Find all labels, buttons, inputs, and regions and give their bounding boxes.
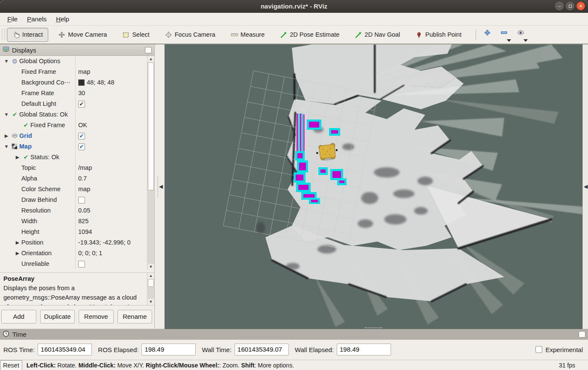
expand-arrow-icon[interactable]: ▶ — [14, 237, 21, 248]
color-swatch[interactable] — [78, 79, 85, 86]
tool-move-camera[interactable]: Move Camera — [53, 28, 112, 42]
expand-arrow-icon[interactable]: ▼ — [3, 141, 10, 152]
tree-row[interactable]: Fixed Framemap — [0, 67, 147, 77]
tool-interact[interactable]: Interact — [7, 28, 48, 42]
description-scrollbar[interactable]: ▲ ▼ — [147, 273, 154, 305]
tree-row[interactable]: Frame Rate30 — [0, 88, 147, 99]
tree-row-value[interactable]: 0.7 — [75, 173, 147, 184]
tree-row[interactable]: Alpha0.7 — [0, 173, 147, 184]
tree-row-value[interactable]: OK — [75, 120, 147, 131]
tree-row[interactable]: Default Light✔ — [0, 99, 147, 109]
tool-visibility-button[interactable] — [514, 27, 528, 42]
scroll-thumb[interactable] — [148, 279, 154, 287]
duplicate-button[interactable]: Duplicate — [40, 310, 75, 323]
checkbox[interactable]: ✔ — [78, 133, 85, 140]
rename-button[interactable]: Rename — [118, 310, 153, 323]
tree-row-value[interactable]: map — [75, 67, 147, 77]
tree-row[interactable]: Height1094 — [0, 227, 147, 237]
tree-row[interactable]: Topic/map — [0, 163, 147, 173]
tree-row-value[interactable] — [75, 259, 147, 269]
time-panel-header[interactable]: Time — [0, 329, 588, 340]
collapse-right-icon[interactable]: ◀ — [584, 184, 588, 189]
tool-2d-nav-goal[interactable]: 2D Nav Goal — [349, 28, 406, 42]
tree-row[interactable]: ▼Map✔ — [0, 141, 147, 152]
checkbox[interactable]: ✔ — [78, 101, 85, 108]
tool-2d-pose-estimate[interactable]: 2D Pose Estimate — [274, 28, 345, 42]
render-viewport[interactable] — [165, 44, 582, 329]
tool-focus-camera[interactable]: Focus Camera — [159, 28, 221, 42]
scroll-up-icon[interactable]: ▲ — [147, 56, 154, 62]
tool-measure[interactable]: Measure — [225, 28, 270, 42]
tree-row[interactable]: ▶Grid✔ — [0, 131, 147, 141]
expand-arrow-icon[interactable]: ▶ — [14, 248, 21, 259]
tree-row-value[interactable]: 48; 48; 48 — [75, 77, 147, 88]
tree-row[interactable]: Background Co⋯48; 48; 48 — [0, 77, 147, 88]
panel-float-button[interactable] — [145, 47, 152, 53]
title-bar[interactable]: navigation.rviz* - RViz –✕ — [0, 0, 588, 13]
remove-button[interactable]: Remove — [79, 310, 114, 323]
more-information-link[interactable]: More Information — [89, 303, 136, 305]
tree-row[interactable]: ✔Fixed FrameOK — [0, 120, 147, 131]
tool-publish-point[interactable]: Publish Point — [410, 28, 467, 42]
tree-row[interactable]: Color Schememap — [0, 184, 147, 195]
dropdown-arrow-icon[interactable] — [507, 39, 511, 42]
tree-row[interactable]: ▼✔Global Status: Ok — [0, 109, 147, 120]
panel-splitter[interactable]: ◀ — [155, 44, 165, 329]
wall-time-input[interactable]: 1601435349.07 — [235, 344, 289, 355]
ros-elapsed-input[interactable]: 198.49 — [141, 344, 196, 355]
tree-row-value[interactable]: 825 — [75, 216, 147, 227]
tree-row-value[interactable] — [75, 109, 147, 120]
checkbox[interactable] — [78, 261, 85, 268]
tree-row-value[interactable] — [75, 152, 147, 163]
wall-elapsed-input[interactable]: 198.49 — [337, 344, 391, 355]
tree-row-value[interactable] — [75, 56, 147, 67]
tree-row[interactable]: ▼⚙Global Options — [0, 56, 147, 67]
tree-row[interactable]: ▶Orientation0; 0; 0; 1 — [0, 248, 147, 259]
tree-row-value[interactable]: 1094 — [75, 227, 147, 237]
tree-row[interactable]: Unreliable — [0, 259, 147, 269]
expand-arrow-icon[interactable]: ▶ — [3, 131, 10, 141]
checkbox[interactable] — [78, 197, 85, 204]
remove-tool-button[interactable] — [497, 27, 511, 42]
tree-row[interactable]: ▶✔Status: Ok — [0, 152, 147, 163]
scroll-down-icon[interactable]: ▼ — [147, 299, 154, 305]
scroll-up-icon[interactable]: ▲ — [147, 273, 154, 279]
dropdown-arrow-icon[interactable] — [523, 39, 528, 42]
add-button[interactable]: Add — [1, 310, 36, 323]
close-button[interactable]: ✕ — [576, 2, 585, 10]
maximize-button[interactable] — [566, 2, 574, 10]
tree-row-value[interactable]: /map — [75, 163, 147, 173]
tree-row[interactable]: Width825 — [0, 216, 147, 227]
tree-row[interactable]: Resolution0.05 — [0, 205, 147, 216]
tree-row-value[interactable] — [75, 195, 147, 205]
tree-row-value[interactable]: ✔ — [75, 141, 147, 152]
tree-row-value[interactable]: 0; 0; 0; 1 — [75, 248, 147, 259]
tree-row-value[interactable]: -19.343; -42.996; 0 — [75, 237, 147, 248]
expand-arrow-icon[interactable]: ▼ — [3, 109, 10, 120]
displays-panel-header[interactable]: Displays — [0, 44, 154, 56]
add-tool-button[interactable] — [480, 27, 494, 42]
menu-panels[interactable]: Panels — [22, 14, 51, 24]
tree-row[interactable]: ▶Position-19.343; -42.996; 0 — [0, 237, 147, 248]
reset-button[interactable]: Reset — [0, 360, 22, 370]
horizontal-splitter-handle[interactable] — [365, 327, 382, 328]
checkbox[interactable] — [535, 346, 542, 353]
tree-row-value[interactable]: map — [75, 184, 147, 195]
tree-row-value[interactable]: ✔ — [75, 99, 147, 109]
minimize-button[interactable]: – — [555, 2, 564, 10]
expand-arrow-icon[interactable]: ▶ — [14, 152, 21, 163]
experimental-toggle[interactable]: Experimental — [535, 346, 585, 353]
scroll-thumb[interactable] — [148, 62, 154, 190]
scroll-down-icon[interactable]: ▼ — [147, 264, 154, 270]
panel-float-button[interactable] — [579, 331, 585, 338]
checkbox[interactable]: ✔ — [78, 143, 85, 150]
tree-row-value[interactable]: 0.05 — [75, 205, 147, 216]
menu-help[interactable]: Help — [51, 14, 74, 24]
displays-scrollbar[interactable]: ▲ ▼ — [147, 56, 154, 270]
tree-row-value[interactable]: 30 — [75, 88, 147, 99]
tool-select[interactable]: Select — [117, 28, 155, 42]
toolbar-drag-handle[interactable] — [2, 29, 5, 40]
collapse-left-icon[interactable]: ◀ — [159, 184, 163, 189]
tree-row-value[interactable]: ✔ — [75, 131, 147, 141]
tree-row[interactable]: Draw Behind — [0, 195, 147, 205]
